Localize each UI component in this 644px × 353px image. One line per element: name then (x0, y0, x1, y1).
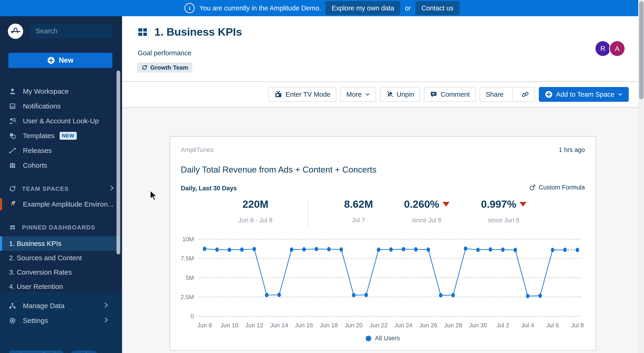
legend-series-dot (366, 336, 371, 341)
svg-text:Jul 8: Jul 8 (571, 322, 584, 329)
revenue-line-chart[interactable]: 02.5M5M7.5M10MJun 8Jun 10Jun 12Jun 14Jun… (170, 233, 596, 329)
kpi-value: 0.260% (404, 198, 440, 210)
more-label: More (346, 91, 362, 98)
sidebar-item-notifications[interactable]: Notifications (0, 99, 120, 114)
svg-text:Jun 18: Jun 18 (320, 322, 338, 329)
sidebar-item-manage-data[interactable]: Manage Data (0, 298, 122, 313)
page-scrollbar-thumb[interactable] (639, 1, 644, 99)
unpin-button[interactable]: Unpin (380, 87, 420, 102)
gear-icon (8, 317, 16, 324)
demo-banner: i You are currently in the Amplitude Dem… (0, 0, 644, 16)
explore-my-own-data-button[interactable]: Explore my own data (326, 1, 400, 15)
sidebar-item-releases[interactable]: Releases (0, 143, 120, 158)
user-icon (8, 88, 16, 95)
chevron-right-icon[interactable] (109, 185, 115, 193)
dashboard-toolbar: Enter TV Mode More Unpin Comment (122, 82, 644, 107)
tv-icon (274, 91, 282, 98)
page-scrollbar-track[interactable] (638, 0, 644, 353)
sidebar-item-label: Settings (23, 317, 48, 324)
sidebar-scrollbar[interactable] (116, 71, 120, 254)
svg-text:Jun 26: Jun 26 (419, 322, 437, 329)
kpi-latest: 8.62M Jul 7 (344, 198, 373, 224)
more-button[interactable]: More (340, 87, 376, 102)
templates-icon (8, 132, 16, 140)
copy-link-button[interactable] (516, 88, 534, 101)
add-to-team-space-button[interactable]: Add to Team Space (539, 87, 629, 102)
plus-circle-icon (545, 91, 553, 98)
comment-button[interactable]: Comment (424, 87, 476, 102)
kpi-total: 220M Jun 8 - Jul 8 (238, 198, 272, 224)
unpin-label: Unpin (397, 91, 414, 98)
user-search-icon (8, 117, 16, 125)
page-header: 1. Business KPIs Goal performance Growth… (122, 16, 644, 82)
main-area: 1. Business KPIs Goal performance Growth… (122, 16, 644, 353)
page-subtitle: Goal performance (138, 49, 192, 57)
chart-title[interactable]: Daily Total Revenue from Ads + Content +… (181, 165, 376, 175)
pinned-dashboards-header: PINNED DASHBOARDS (0, 220, 129, 235)
sidebar-item-templates[interactable]: Templates NEW (0, 128, 120, 143)
chevron-down-icon (618, 92, 623, 97)
svg-text:10M: 10M (182, 236, 194, 243)
enter-tv-mode-button[interactable]: Enter TV Mode (268, 87, 336, 102)
sidebar-item-cohorts[interactable]: Cohorts (0, 158, 120, 173)
releases-icon (8, 147, 16, 155)
avatar[interactable]: A (610, 41, 624, 56)
help-button[interactable]: Help (71, 350, 98, 353)
kpi-value: 220M (242, 198, 268, 210)
plus-circle-icon (47, 57, 55, 64)
new-button-label: New (59, 56, 74, 65)
sidebar-item-label: Notifications (23, 102, 60, 110)
info-icon: i (184, 3, 195, 13)
new-button[interactable]: New (8, 53, 112, 68)
search-input[interactable] (35, 27, 125, 35)
chart-updated-label: 1 hrs ago (559, 146, 585, 154)
chart-legend[interactable]: All Users (170, 335, 596, 342)
link-icon (522, 91, 529, 98)
avatar[interactable]: R (596, 41, 610, 56)
trend-down-icon (520, 202, 526, 207)
amplitude-logo[interactable] (8, 24, 23, 39)
sidebar-item-my-workspace[interactable]: My Workspace (0, 84, 120, 99)
teamspace-item-label: Example Amplitude Environ... (23, 200, 114, 208)
growth-team-badge[interactable]: Growth Team (137, 63, 192, 73)
contact-us-button[interactable]: Contact us (416, 1, 460, 15)
sidebar-item-business-kpis[interactable]: 1. Business KPIs (0, 236, 120, 251)
svg-text:2.5M: 2.5M (180, 293, 194, 300)
chart-source-label[interactable]: AmpliTunes (181, 146, 214, 154)
share-button-group: Share (480, 87, 535, 102)
trend-down-icon (442, 202, 449, 207)
custom-formula[interactable]: Custom Formula (529, 184, 585, 191)
give-feedback-button[interactable]: Give Feedback (8, 350, 64, 353)
svg-text:Jun 22: Jun 22 (370, 322, 388, 329)
sidebar-item-sources-and-content[interactable]: 2. Sources and Content (0, 251, 120, 265)
sidebar-item-user-retention[interactable]: 4. User Retention (0, 279, 120, 294)
rocket-icon (8, 199, 17, 209)
custom-formula-icon (529, 184, 536, 191)
growth-team-label: Growth Team (150, 64, 188, 71)
dashboard-item-label: 1. Business KPIs (9, 240, 62, 247)
sidebar-item-user-account-lookup[interactable]: User & Account Look-Up (0, 114, 120, 128)
share-button[interactable]: Share (480, 88, 509, 101)
svg-text:Jun 16: Jun 16 (295, 322, 313, 329)
sidebar-item-example-amplitude-environment[interactable]: Example Amplitude Environ... (0, 197, 129, 212)
team-spaces-header[interactable]: TEAM SPACES (0, 181, 129, 196)
pinned-dashboards-icon (8, 223, 16, 231)
sidebar-item-conversion-rates[interactable]: 3. Conversion Rates (0, 265, 120, 279)
kpi-value: 0.997% (481, 198, 516, 210)
dashboard-item-label: 4. User Retention (9, 283, 63, 290)
svg-text:Jul 2: Jul 2 (496, 322, 509, 329)
svg-text:Jun 24: Jun 24 (394, 322, 412, 329)
kpi-value: 8.62M (344, 198, 373, 210)
chart-range-label: Daily, Last 30 Days (181, 185, 237, 192)
sidebar-item-label: My Workspace (23, 88, 69, 95)
kpi-sublabel: since Jun 8 (481, 217, 526, 224)
sidebar-item-settings[interactable]: Settings (0, 313, 122, 328)
sidebar: New My Workspace Notifications User & Ac… (0, 16, 122, 353)
sidebar-item-label: Manage Data (23, 302, 64, 310)
team-spaces-header-label: TEAM SPACES (22, 185, 69, 192)
kpi-change-daily: 0.260% since Jul 6 (404, 198, 450, 224)
search-box[interactable] (30, 24, 112, 38)
svg-text:Jun 12: Jun 12 (245, 322, 263, 329)
dashboard-item-label: 2. Sources and Content (9, 254, 82, 262)
pinned-dashboards-header-label: PINNED DASHBOARDS (22, 224, 95, 231)
